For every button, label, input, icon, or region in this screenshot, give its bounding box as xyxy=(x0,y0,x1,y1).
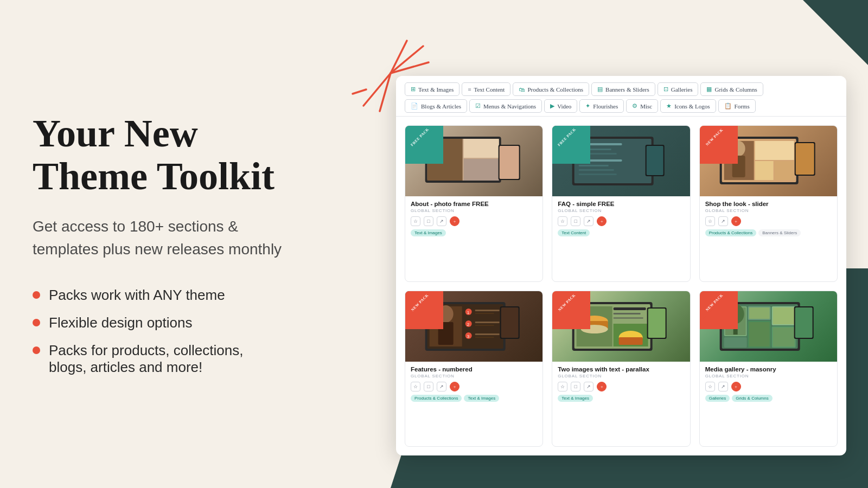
tab-text-content-label: Text Content xyxy=(474,86,505,93)
tab-text-images[interactable]: ⊞ Text & Images xyxy=(405,82,459,96)
bullet-dot-2 xyxy=(33,319,40,326)
bullet-dot-1 xyxy=(33,291,40,299)
tab-blogs[interactable]: 📄 Blogs & Articles xyxy=(405,99,467,113)
doc-button-1[interactable]: □ xyxy=(424,216,433,226)
svg-rect-29 xyxy=(755,141,794,160)
svg-rect-50 xyxy=(475,337,494,338)
star-button-1[interactable]: ☆ xyxy=(411,216,420,226)
card-tags-2: Text Content xyxy=(558,229,684,236)
tab-flourishes-icon: ✦ xyxy=(585,102,590,110)
add-button-6[interactable]: + xyxy=(731,382,741,391)
card-title-2: FAQ - simple FREE xyxy=(558,201,684,207)
share-button-6[interactable]: ↗ xyxy=(718,382,728,391)
tab-icons-logos[interactable]: ★ Icons & Logos xyxy=(660,99,716,113)
card-subtitle-4: GLOBAL SECTION xyxy=(411,374,537,378)
svg-rect-66 xyxy=(648,309,666,338)
tab-galleries[interactable]: ⊡ Galleries xyxy=(658,82,699,96)
share-button-2[interactable]: ↗ xyxy=(584,216,593,226)
svg-rect-78 xyxy=(749,307,769,319)
card-subtitle-3: GLOBAL SECTION xyxy=(705,208,832,213)
tab-blogs-label: Blogs & Articles xyxy=(421,103,461,110)
ribbon-text-6: NEW PACK xyxy=(700,291,735,323)
svg-rect-42 xyxy=(475,313,494,314)
card-features-numbered: NEW PACK 1 2 xyxy=(405,291,543,447)
tab-menus[interactable]: ☑ Menus & Navigations xyxy=(469,99,542,113)
card-actions-5: ☆ □ ↗ + xyxy=(558,382,684,391)
svg-rect-83 xyxy=(795,307,812,338)
svg-text:2: 2 xyxy=(467,322,470,327)
card-title-5: Two images with text - parallax xyxy=(558,366,684,373)
star-button-6[interactable]: ☆ xyxy=(705,382,715,391)
card-image-3: NEW PACK xyxy=(700,126,837,196)
card-title-3: Shop the look - slider xyxy=(705,201,832,207)
card-image-1: FREE PACK xyxy=(405,126,542,196)
card-info-3: Shop the look - slider GLOBAL SECTION ☆ … xyxy=(700,196,837,281)
share-button-3[interactable]: ↗ xyxy=(718,216,728,226)
doc-button-5[interactable]: □ xyxy=(571,382,580,391)
star-button-4[interactable]: ☆ xyxy=(411,382,420,391)
star-button-3[interactable]: ☆ xyxy=(705,216,715,226)
card-two-images-parallax: NEW PACK xyxy=(552,291,690,447)
tab-banners[interactable]: ▤ Banners & Sliders xyxy=(591,82,655,96)
share-button-1[interactable]: ↗ xyxy=(437,216,446,226)
nav-tabs: ⊞ Text & Images ≡ Text Content 🛍 Product… xyxy=(396,76,846,117)
tag-text-images-1: Text & Images xyxy=(411,229,446,236)
tab-video-label: Video xyxy=(557,103,571,110)
tab-galleries-label: Galleries xyxy=(671,86,693,93)
star-button-2[interactable]: ☆ xyxy=(558,216,567,226)
add-button-5[interactable]: + xyxy=(597,382,607,391)
tag-text-images-5: Text & Images xyxy=(558,395,593,402)
card-image-2: FREE PACK xyxy=(552,126,690,196)
svg-rect-46 xyxy=(475,325,494,326)
card-actions-2: ☆ □ ↗ + xyxy=(558,216,684,226)
tab-forms-icon: 📋 xyxy=(724,102,732,110)
svg-rect-61 xyxy=(614,317,643,319)
card-about-photo-frame: FREE PACK About - photo frame FREE GLOBA… xyxy=(405,125,543,282)
tag-galleries-6: Galleries xyxy=(705,395,730,402)
add-button-2[interactable]: + xyxy=(597,216,607,226)
tab-flourishes[interactable]: ✦ Flourishes xyxy=(579,99,624,113)
bullet-text-3: Packs for products, collections,blogs, a… xyxy=(49,342,243,376)
tab-icons-logos-label: Icons & Logos xyxy=(674,103,710,110)
svg-text:3: 3 xyxy=(467,334,470,339)
tab-video-icon: ▶ xyxy=(550,102,554,110)
svg-rect-19 xyxy=(579,165,609,166)
tab-video[interactable]: ▶ Video xyxy=(544,99,577,113)
star-button-5[interactable]: ☆ xyxy=(558,382,567,391)
tab-products[interactable]: 🛍 Products & Collections xyxy=(513,82,589,96)
tab-flourishes-label: Flourishes xyxy=(593,103,618,110)
tab-grids[interactable]: ▦ Grids & Columns xyxy=(700,82,763,96)
tag-banners-3: Banners & Sliders xyxy=(758,229,801,236)
card-image-6: NEW PACK xyxy=(700,291,837,362)
card-actions-1: ☆ □ ↗ + xyxy=(411,216,537,226)
card-title-1: About - photo frame FREE xyxy=(411,201,537,207)
tab-misc[interactable]: ⚙ Misc xyxy=(626,99,658,113)
tab-forms[interactable]: 📋 Forms xyxy=(718,99,756,113)
ribbon-free-1: FREE PACK xyxy=(405,126,443,164)
card-faq-simple: FREE PACK FAQ - sim xyxy=(552,125,690,282)
svg-rect-9 xyxy=(464,139,499,158)
doc-button-2[interactable]: □ xyxy=(571,216,580,226)
card-info-4: Features - numbered GLOBAL SECTION ☆ □ ↗… xyxy=(405,362,542,447)
svg-rect-59 xyxy=(614,307,646,310)
add-button-4[interactable]: + xyxy=(450,382,459,391)
doc-button-4[interactable]: □ xyxy=(424,382,433,391)
tab-grids-label: Grids & Columns xyxy=(714,86,757,93)
tab-text-content[interactable]: ≡ Text Content xyxy=(462,82,510,96)
card-image-5: NEW PACK xyxy=(552,291,690,362)
share-button-4[interactable]: ↗ xyxy=(437,382,446,391)
tab-blogs-icon: 📄 xyxy=(411,102,418,110)
tag-grids-6: Grids & Columns xyxy=(732,395,772,402)
tab-text-content-icon: ≡ xyxy=(468,86,471,93)
card-shop-the-look: NEW PACK Shop the l xyxy=(699,125,838,282)
main-title: Your New Theme Toolkit xyxy=(33,112,347,198)
card-actions-4: ☆ □ ↗ + xyxy=(411,382,537,391)
svg-rect-80 xyxy=(773,307,794,324)
bullet-item-3: Packs for products, collections,blogs, a… xyxy=(33,342,347,376)
tag-products-3: Products & Collections xyxy=(705,229,756,236)
bullet-text-2: Flexible design options xyxy=(49,314,193,331)
share-button-5[interactable]: ↗ xyxy=(584,382,593,391)
ribbon-text-1: FREE PACK xyxy=(405,126,440,157)
add-button-3[interactable]: + xyxy=(731,216,741,226)
add-button-1[interactable]: + xyxy=(450,216,459,226)
